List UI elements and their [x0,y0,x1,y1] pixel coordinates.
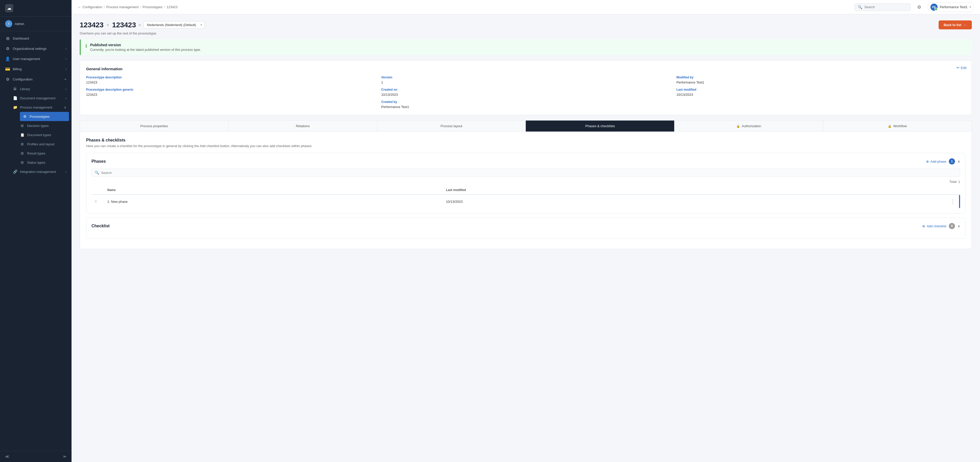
add-checklist-icon: ⊕ [922,224,925,228]
back-arrow-icon: ← [963,23,967,27]
phases-table-header: Name Last modified [91,186,960,195]
sidebar-item-label: Configuration [13,78,32,81]
chevron-right-icon: › [65,87,67,91]
org-settings-icon: ⚙ [5,46,10,51]
process-management-icon: 📁 [13,105,18,110]
sidebar-item-user-management[interactable]: 👤 User management › [0,54,72,64]
chevron-down-icon: ∨ [64,105,67,109]
expand-icon[interactable]: ≫ [63,455,67,459]
field-label: Created on [381,88,670,91]
sidebar-item-status-types[interactable]: ⊞ Status types [20,158,72,167]
user-avatar: PE [931,3,938,11]
sidebar-item-document-management[interactable]: 📄 Document management › [13,94,72,103]
sidebar-item-profiles-layout[interactable]: ⊞ Profiles and layout [20,140,72,149]
phases-table-body: ≡ 1. New phase 10/13/2023 ⋮ [91,195,960,208]
tab-relations[interactable]: Relations [229,121,377,132]
sidebar-item-result-types[interactable]: ⊞ Result types [20,149,72,158]
breadcrumb-sep: / [104,5,105,9]
search-input[interactable] [864,5,907,9]
tab-process-properties[interactable]: Process properties [80,121,229,132]
column-actions [777,186,960,195]
checklist-collapse-button[interactable]: ∨ [958,224,960,228]
chevron-right-icon: › [65,170,67,174]
tab-label: Workflow [893,124,907,128]
language-selector-wrap: Nederlands (Nederland) (Default) English… [143,21,205,29]
breadcrumb-part-configuration[interactable]: Configuration [83,5,102,9]
edit-label: Edit [961,66,966,70]
lock-icon: 🔒 [736,124,740,128]
drag-handle-icon[interactable]: ≡ [94,199,97,203]
phases-search[interactable]: 🔍 [91,168,960,177]
phase-row-menu-button[interactable]: ⋮ [949,198,957,205]
field-value: Performance Test1 [381,105,409,109]
sidebar-item-document-types[interactable]: 📋 Document types [20,130,72,140]
published-version-notice: ℹ Published version Currently, you're lo… [80,39,972,55]
sidebar-item-label: Dashboard [13,37,29,40]
breadcrumb-part-processtypes[interactable]: Processtypes [143,5,162,9]
add-checklist-button[interactable]: ⊕ Add checklist [922,224,946,228]
billing-icon: 💳 [5,67,10,71]
phases-collapse-button[interactable]: ∧ [958,159,960,164]
search-box[interactable]: 🔍 [854,3,911,11]
user-name: Performance Test1 [940,5,967,9]
collapse-sidebar-button[interactable]: ≪ [5,454,10,459]
tab-authorization[interactable]: 🔒 Authorization [675,121,823,132]
breadcrumb-back-button[interactable]: ← [78,5,81,9]
chevron-down-icon: ∨ [64,78,67,80]
field-label: Processtype description generic [86,88,375,91]
user-menu[interactable]: PE Performance Test1 ▾ [928,2,974,12]
lock-icon: 🔒 [888,124,892,128]
info-column-left: Processtype description 123423 Processty… [86,76,375,109]
tab-phases-checklists[interactable]: Phases & checklists [526,121,675,132]
logo-icon: ☁ [5,4,13,12]
notice-title: Published version [90,43,201,47]
chevron-down-icon: ▾ [969,5,971,9]
sidebar-item-processtypes[interactable]: ⚙ Processtypes [20,112,69,121]
sidebar-item-org-settings[interactable]: ⚙ Organizational settings › [0,43,72,54]
phases-search-input[interactable] [101,171,957,175]
tab-label: Relations [296,124,310,128]
language-select[interactable]: Nederlands (Nederland) (Default) English… [143,21,205,29]
sidebar-item-decision-types[interactable]: ⊞ Decision types [20,121,72,130]
sidebar-item-billing[interactable]: 💳 Billing › [0,64,72,74]
add-phase-button[interactable]: ⊕ Add phase [926,160,946,164]
sidebar-item-library[interactable]: 🏛 Library › [13,84,72,94]
sidebar-item-label: Organizational settings [13,47,46,51]
chevron-right-icon: › [65,96,67,100]
sidebar-item-dashboard[interactable]: ⊞ Dashboard [0,33,72,43]
decision-types-icon: ⊞ [20,123,24,128]
phases-count-badge: 1 [949,158,955,165]
tab-workflow[interactable]: 🔒 Workflow [823,121,972,132]
checklist-section-header: Checklist ⊕ Add checklist 0 ∨ [91,223,960,229]
column-name [91,186,104,195]
back-to-list-button[interactable]: Back to list ← [939,21,972,29]
edit-button[interactable]: ✏ Edit [956,66,966,70]
phases-header-right: ⊕ Add phase 1 ∧ [926,158,960,165]
back-arrow-icon: ← [78,5,81,9]
library-icon: 🏛 [13,87,18,91]
phases-title: Phases [91,159,106,164]
sidebar-item-configuration[interactable]: ⚙ Configuration ∨ [0,74,72,84]
sidebar-logo: ☁ [0,0,72,17]
field-value: 10/13/2023 [676,93,693,97]
breadcrumb-part-process-management[interactable]: Process management [106,5,138,9]
field-label: Processtype description [86,76,375,79]
processtypes-icon: ⚙ [22,114,27,119]
sidebar-user: A Admin [0,17,72,31]
checklist-section: Checklist ⊕ Add checklist 0 ∨ [86,218,966,238]
sidebar-item-label: Library [20,87,30,91]
tab-process-layout[interactable]: Process layout [377,121,526,132]
phases-section-header: Phases ⊕ Add phase 1 ∧ [91,158,960,165]
settings-button[interactable]: ⚙ [915,3,924,11]
sidebar-item-integration-management[interactable]: 🔗 Integration management › [13,167,72,176]
field-value: 123423 [86,93,97,97]
sidebar-item-process-management[interactable]: 📁 Process management ∨ [13,103,72,112]
dashboard-icon: ⊞ [5,36,10,41]
drag-handle-cell[interactable]: ≡ [91,195,104,208]
topbar: ← Configuration / Process management / P… [72,0,980,14]
tab-content-title: Phases & checklists [86,138,966,143]
main-wrapper: ← Configuration / Process management / P… [72,0,980,462]
info-column-right: Modified by Performance Test1 Last modif… [676,76,966,109]
field-value: Performance Test1 [676,81,704,84]
topbar-right: 🔍 ⚙ PE Performance Test1 ▾ [854,2,974,12]
